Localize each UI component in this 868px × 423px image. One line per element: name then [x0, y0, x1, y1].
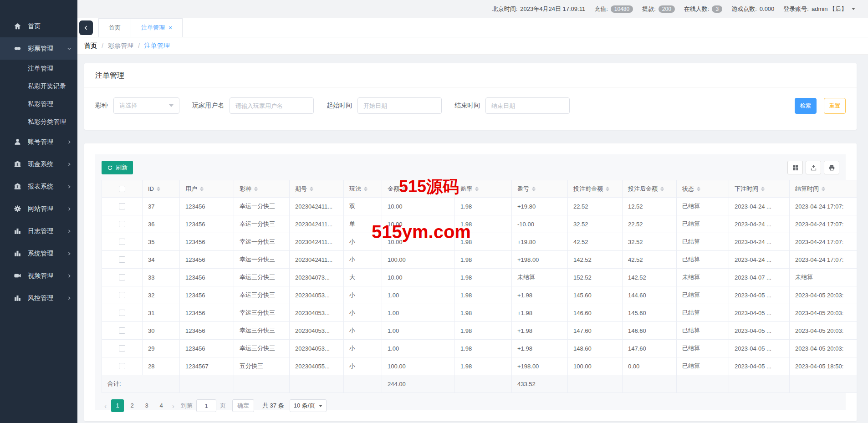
cell-before: 145.60	[568, 286, 623, 304]
tab-order-management[interactable]: 注单管理 ×	[131, 18, 183, 37]
sort-icon[interactable]	[200, 187, 204, 191]
lottery-type-select[interactable]: 请选择	[113, 97, 179, 114]
prev-page-button[interactable]: ‹	[102, 402, 109, 410]
print-button[interactable]	[824, 161, 839, 174]
column-header[interactable]: ID	[143, 180, 180, 198]
page-button-1[interactable]: 1	[111, 399, 124, 412]
column-header[interactable]: 下注时间	[729, 180, 790, 198]
row-checkbox-cell	[102, 233, 143, 251]
end-date-input[interactable]	[485, 97, 570, 114]
sidebar-item-log[interactable]: 日志管理	[0, 220, 77, 242]
sort-icon[interactable]	[254, 187, 258, 191]
cell-odds: 1.98	[455, 198, 512, 215]
column-header[interactable]: 赔率	[455, 180, 512, 198]
field-label: 起始时间	[327, 102, 352, 110]
account-menu[interactable]: 登录账号: admin 【后】	[783, 5, 855, 13]
field-label: 结束时间	[454, 102, 480, 110]
column-header[interactable]: 玩法	[344, 180, 382, 198]
row-checkbox[interactable]	[119, 345, 125, 352]
sort-icon[interactable]	[606, 187, 609, 191]
sort-icon[interactable]	[761, 187, 765, 191]
bank-icon	[14, 183, 21, 190]
column-header[interactable]: 金额	[382, 180, 455, 198]
search-button[interactable]: 检索	[795, 98, 817, 114]
row-checkbox[interactable]	[119, 274, 125, 280]
column-header[interactable]: 盈亏	[512, 180, 568, 198]
row-checkbox[interactable]	[119, 239, 125, 245]
start-date-input[interactable]	[357, 97, 442, 114]
column-header[interactable]: 结算时间	[790, 180, 857, 198]
export-button[interactable]	[806, 161, 821, 174]
page-title: 注单管理	[84, 63, 857, 87]
breadcrumb-current[interactable]: 注单管理	[144, 42, 170, 50]
columns-toggle-button[interactable]	[787, 161, 803, 174]
sidebar-item-account[interactable]: 账号管理	[0, 131, 77, 153]
select-all-checkbox[interactable]	[119, 186, 125, 192]
row-checkbox[interactable]	[119, 221, 125, 227]
sort-icon[interactable]	[475, 187, 479, 191]
sidebar-subitem-私彩分类管理[interactable]: 私彩分类管理	[0, 113, 77, 131]
refresh-button[interactable]: 刷新	[102, 161, 133, 174]
sort-icon[interactable]	[157, 187, 160, 191]
row-checkbox[interactable]	[119, 256, 125, 263]
sort-icon[interactable]	[697, 187, 700, 191]
cell-profit: +1.98	[512, 304, 568, 322]
confirm-page-button[interactable]: 确定	[232, 399, 254, 412]
chevron-left-icon	[83, 25, 89, 31]
topbar: 北京时间: 2023年4月24日 17:09:11 充值: 10480 提款: …	[77, 0, 868, 18]
tab-home[interactable]: 首页	[98, 18, 131, 37]
per-page-select[interactable]: 10 条/页	[290, 399, 327, 412]
recharge-badge[interactable]: 10480	[611, 5, 633, 13]
column-header[interactable]: 期号	[290, 180, 344, 198]
next-page-button[interactable]: ›	[169, 402, 177, 410]
sort-icon[interactable]	[402, 187, 406, 191]
tab-label: 注单管理	[141, 24, 165, 32]
cell-lottery: 五分快三	[234, 357, 290, 375]
sidebar-item-risk[interactable]: 风控管理	[0, 287, 77, 309]
cell-profit: 未结算	[512, 269, 568, 286]
sidebar-item-system[interactable]: 系统管理	[0, 242, 77, 265]
sidebar-collapse-button[interactable]	[79, 20, 93, 35]
sidebar-subitem-私彩管理[interactable]: 私彩管理	[0, 95, 77, 113]
sidebar-item-lottery[interactable]: 彩票管理	[0, 37, 77, 60]
column-header[interactable]: 投注后金额	[623, 180, 677, 198]
cell-lottery: 幸运一分快三	[234, 251, 290, 269]
home-icon	[14, 22, 21, 30]
close-icon[interactable]: ×	[168, 24, 172, 31]
breadcrumb-home[interactable]: 首页	[84, 42, 97, 50]
page-button-3[interactable]: 3	[140, 399, 153, 412]
sort-icon[interactable]	[660, 187, 664, 191]
column-header[interactable]: 用户	[180, 180, 234, 198]
column-header[interactable]: 投注前金额	[568, 180, 623, 198]
row-checkbox[interactable]	[119, 327, 125, 334]
sidebar-subitem-私彩开奖记录[interactable]: 私彩开奖记录	[0, 77, 77, 95]
bar-chart-icon	[14, 227, 21, 235]
row-checkbox[interactable]	[119, 292, 125, 298]
sidebar-item-site[interactable]: 网站管理	[0, 198, 77, 220]
player-username-input[interactable]	[230, 97, 314, 114]
sort-icon[interactable]	[822, 187, 825, 191]
sidebar-item-video[interactable]: 视频管理	[0, 265, 77, 287]
cell-play: 双	[344, 198, 382, 215]
column-header[interactable]: 状态	[677, 180, 729, 198]
row-checkbox[interactable]	[119, 310, 125, 316]
sort-icon[interactable]	[310, 187, 313, 191]
online-badge[interactable]: 3	[712, 5, 722, 13]
breadcrumb-lottery[interactable]: 彩票管理	[108, 42, 133, 50]
withdraw-badge[interactable]: 200	[659, 5, 675, 13]
sidebar-item-homepage[interactable]: 首页	[0, 15, 77, 37]
table-toolbar: 刷新	[102, 161, 839, 174]
sidebar-item-report[interactable]: 报表系统	[0, 175, 77, 198]
page-button-2[interactable]: 2	[126, 399, 138, 412]
row-checkbox[interactable]	[119, 203, 125, 209]
sidebar-subitem-注单管理[interactable]: 注单管理	[0, 60, 77, 77]
tab-label: 首页	[109, 24, 121, 32]
sidebar-item-cash[interactable]: 现金系统	[0, 153, 77, 175]
column-header[interactable]: 彩种	[234, 180, 290, 198]
sort-icon[interactable]	[364, 187, 368, 191]
row-checkbox[interactable]	[119, 363, 125, 369]
page-button-4[interactable]: 4	[155, 399, 168, 412]
reset-button[interactable]: 重置	[824, 98, 846, 114]
sort-icon[interactable]	[532, 187, 536, 191]
goto-page-input[interactable]	[196, 399, 216, 412]
